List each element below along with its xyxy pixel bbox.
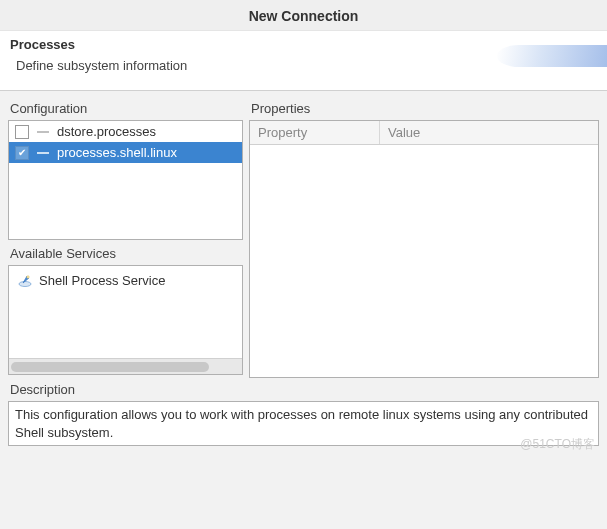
banner-decoration [497, 45, 607, 67]
svg-point-1 [27, 276, 29, 278]
configuration-list[interactable]: dstore.processes processes.shell.linux [8, 120, 243, 240]
service-item-label: Shell Process Service [39, 273, 165, 288]
available-services-label: Available Services [10, 246, 243, 261]
checkbox-icon[interactable] [15, 146, 29, 160]
description-text: This configuration allows you to work wi… [8, 401, 599, 446]
properties-table[interactable]: Property Value [249, 120, 599, 378]
item-icon [37, 152, 49, 154]
config-item-shell-linux[interactable]: processes.shell.linux [9, 142, 242, 163]
scrollbar-thumb[interactable] [11, 362, 209, 372]
properties-header: Property Value [250, 121, 598, 145]
config-item-label: dstore.processes [57, 124, 156, 139]
checkbox-icon[interactable] [15, 125, 29, 139]
service-icon [17, 272, 33, 288]
description-label: Description [10, 382, 599, 397]
column-value[interactable]: Value [380, 121, 598, 144]
svg-point-0 [19, 282, 31, 287]
item-icon [37, 131, 49, 133]
properties-body [250, 145, 598, 377]
config-item-dstore[interactable]: dstore.processes [9, 121, 242, 142]
service-item[interactable]: Shell Process Service [17, 272, 234, 288]
column-property[interactable]: Property [250, 121, 380, 144]
available-services-list[interactable]: Shell Process Service [8, 265, 243, 375]
banner: Processes Define subsystem information [0, 31, 607, 91]
properties-label: Properties [251, 101, 599, 116]
horizontal-scrollbar[interactable] [9, 358, 242, 374]
configuration-label: Configuration [10, 101, 243, 116]
config-item-label: processes.shell.linux [57, 145, 177, 160]
dialog-title: New Connection [0, 0, 607, 31]
